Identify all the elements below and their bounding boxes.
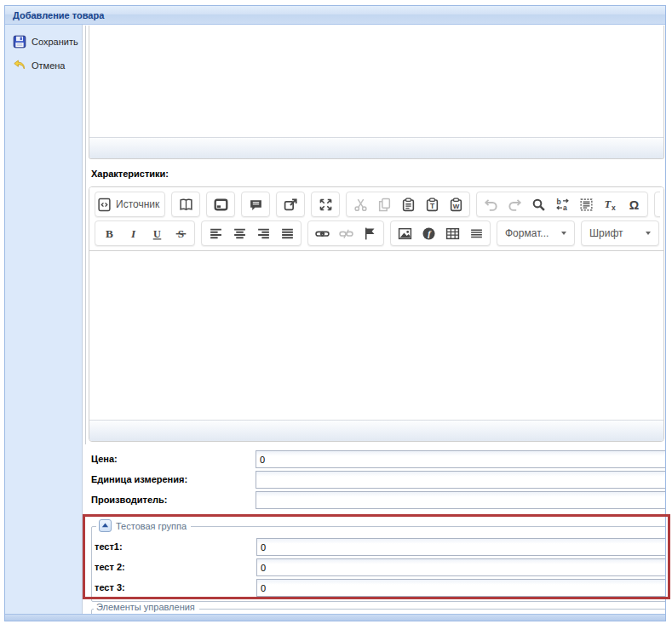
link-button[interactable]: [310, 222, 334, 244]
anchor-button[interactable]: [358, 222, 382, 244]
redo-icon: [508, 198, 522, 212]
field-row-test2: тест 2:: [95, 558, 665, 578]
characteristics-editor: ИсточникTWbaTxΩ12 BIUSfФормат...ШрифтР: [89, 186, 664, 442]
flash-button[interactable]: f: [416, 222, 440, 244]
controls-legend: Элементы управления: [94, 602, 199, 612]
iframe-icon: [214, 198, 228, 212]
cancel-button-label: Отмена: [32, 60, 65, 71]
flag-icon: [363, 226, 377, 241]
remove-format-icon: Tx: [603, 198, 617, 212]
svg-text:Ω: Ω: [629, 198, 639, 211]
redo-button[interactable]: [503, 193, 526, 215]
unit-input[interactable]: [256, 471, 665, 489]
toolbar-row-1: ИсточникTWbaTxΩ12: [95, 192, 660, 220]
window-title: Добавление товара: [13, 10, 104, 20]
toolbar-group: Формат...: [497, 220, 575, 246]
collapse-toggle-button[interactable]: [99, 519, 112, 532]
numbered-list-button[interactable]: 12: [657, 193, 660, 215]
chevron-down-icon: [561, 232, 566, 235]
controls-legend-text: Элементы управления: [96, 602, 195, 612]
svg-text:x: x: [612, 203, 616, 211]
hr-icon: [469, 226, 484, 241]
maximize-button[interactable]: [313, 193, 337, 215]
templates-button[interactable]: [174, 193, 198, 215]
underline-icon: U: [150, 226, 164, 241]
table-icon: [445, 226, 460, 241]
export-icon: [284, 198, 298, 212]
cut-button[interactable]: [348, 193, 372, 215]
characteristics-editor-content[interactable]: [89, 251, 663, 420]
test3-label: тест 3:: [95, 582, 125, 593]
font-dropdown-label: Шрифт: [589, 227, 623, 239]
description-editor-content[interactable]: [89, 26, 663, 137]
paste-word-button[interactable]: W: [444, 193, 468, 215]
characteristics-editor-footer: [89, 420, 663, 441]
iframe-button[interactable]: [209, 193, 233, 215]
comment-button[interactable]: [244, 193, 267, 215]
test2-input[interactable]: [256, 558, 665, 576]
strikethrough-button[interactable]: S: [169, 222, 192, 244]
save-icon: [13, 35, 26, 49]
panel-left-rule: [85, 26, 86, 444]
align-center-button[interactable]: [227, 222, 251, 244]
font-dropdown[interactable]: Шрифт: [583, 222, 657, 244]
bold-button[interactable]: B: [97, 222, 121, 244]
remove-format-button[interactable]: Tx: [598, 193, 622, 215]
toolbar-group: 12: [654, 192, 660, 217]
paste-button[interactable]: [396, 193, 420, 215]
svg-text:T: T: [430, 202, 435, 210]
test-group-legend: Тестовая группа: [96, 519, 191, 532]
replace-button[interactable]: ba: [550, 193, 574, 215]
manufacturer-label: Производитель:: [91, 495, 167, 505]
toolbar-group: baTxΩ: [476, 192, 648, 217]
toolbar-group: [311, 192, 340, 217]
special-char-button[interactable]: Ω: [622, 193, 646, 215]
toolbar-group: [171, 192, 200, 217]
description-editor: [89, 26, 664, 159]
test1-input[interactable]: [256, 538, 665, 556]
image-button[interactable]: [393, 222, 416, 244]
manufacturer-input[interactable]: [256, 491, 665, 509]
copy-button[interactable]: [372, 193, 396, 215]
field-row-price: Цена:: [91, 449, 665, 470]
align-right-button[interactable]: [251, 222, 275, 244]
sidebar-toolbar: Сохранить Отмена: [5, 25, 83, 614]
maximize-icon: [319, 198, 333, 212]
svg-text:I: I: [129, 227, 135, 240]
undo-button[interactable]: [479, 193, 503, 215]
flash-icon: f: [422, 226, 436, 241]
table-button[interactable]: [440, 222, 464, 244]
cancel-button[interactable]: Отмена: [11, 57, 78, 74]
toolbar-group: f: [390, 220, 491, 246]
save-button[interactable]: Сохранить: [11, 33, 78, 50]
italic-button[interactable]: I: [121, 222, 145, 244]
editor-toolbar: ИсточникTWbaTxΩ12 BIUSfФормат...ШрифтР: [89, 187, 663, 251]
field-row-test1: тест1:: [95, 537, 665, 558]
svg-text:U: U: [153, 227, 161, 239]
comment-icon: [249, 198, 263, 212]
toolbar-group: [307, 220, 384, 246]
image-icon: [398, 226, 412, 241]
source-button[interactable]: Источник: [97, 193, 163, 215]
test-group-fieldset: Тестовая группа тест1: тест 2: тест 3:: [91, 526, 665, 602]
svg-text:a: a: [563, 203, 567, 212]
export-button[interactable]: [279, 193, 302, 215]
description-editor-footer: [89, 137, 663, 158]
paste-text-button[interactable]: T: [420, 193, 444, 215]
undo-yellow-icon: [13, 59, 26, 72]
unlink-button[interactable]: [334, 222, 358, 244]
test-group-legend-text: Тестовая группа: [116, 521, 187, 531]
find-button[interactable]: [526, 193, 550, 215]
price-input[interactable]: [256, 450, 665, 468]
format-dropdown[interactable]: Формат...: [499, 222, 572, 244]
justify-button[interactable]: [275, 222, 299, 244]
test3-input[interactable]: [256, 579, 665, 597]
select-all-button[interactable]: [574, 193, 598, 215]
horizontal-rule-button[interactable]: [464, 222, 488, 244]
toolbar-group: BIUS: [95, 220, 195, 246]
align-left-button[interactable]: [204, 222, 227, 244]
bold-icon: B: [102, 226, 117, 241]
dialog-window: Добавление товара Сохранить Отмена Харак…: [4, 5, 666, 621]
underline-button[interactable]: U: [145, 222, 169, 244]
field-row-unit: Единица измерения:: [91, 470, 665, 490]
